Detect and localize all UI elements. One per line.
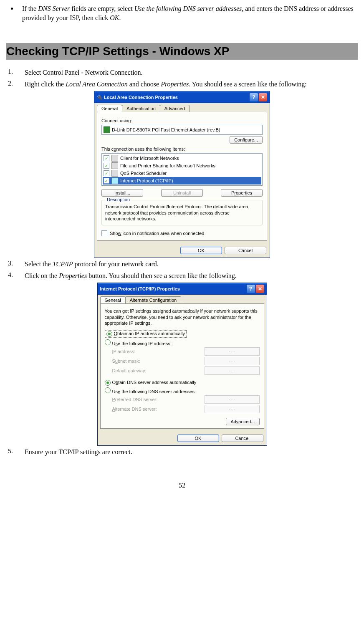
uninstall-button: Uninstall: [161, 189, 203, 197]
radio-use-ip[interactable]: Use the following IP address:: [105, 339, 260, 346]
fileshare-icon: [111, 162, 118, 169]
list-item-selected[interactable]: ✓Internet Protocol (TCP/IP): [103, 177, 261, 184]
tab-alternate-config[interactable]: Alternate Configuration: [125, 296, 182, 303]
step-5: 5. Ensure your TCP/IP settings are corre…: [6, 447, 358, 457]
radio-obtain-dns[interactable]: Obtain DNS server address automatically: [105, 380, 260, 386]
section-heading: Checking TCP/IP Settings - Windows XP: [6, 43, 358, 60]
list-item[interactable]: ✓File and Printer Sharing for Microsoft …: [103, 162, 261, 169]
items-listbox[interactable]: ✓Client for Microsoft Networks ✓File and…: [101, 153, 263, 186]
connection-uses-label: This connection uses the following items…: [101, 147, 263, 152]
step-4: 4. Click on the Properties button. You s…: [6, 271, 358, 280]
figure-tcpip-properties: Internet Protocol (TCP/IP) Properties ? …: [6, 283, 358, 446]
configure-button[interactable]: Configure...: [230, 136, 263, 144]
advanced-button[interactable]: Advanced...: [226, 418, 259, 425]
close-icon[interactable]: ✕: [256, 285, 264, 293]
connect-using-label: Connect using:: [101, 118, 263, 123]
tab-general[interactable]: General: [100, 296, 126, 303]
tcpip-icon: [111, 177, 118, 184]
checkbox-icon[interactable]: [101, 230, 107, 236]
radio-use-dns[interactable]: Use the following DNS server addresses:: [105, 387, 260, 394]
help-icon[interactable]: ?: [250, 93, 258, 101]
window-title: Internet Protocol (TCP/IP) Properties: [100, 286, 180, 291]
description-text: Transmission Control Protocol/Internet P…: [105, 204, 259, 222]
list-item[interactable]: ✓QoS Packet Scheduler: [103, 169, 261, 177]
tab-authentication[interactable]: Authentication: [122, 105, 160, 112]
description-legend: Description: [105, 197, 131, 202]
ip-address-field: IP address:· · ·: [112, 347, 260, 356]
show-icon-label: Show icon in notification area when conn…: [110, 231, 204, 236]
install-button[interactable]: Install...: [101, 189, 143, 197]
ok-button[interactable]: OK: [177, 435, 219, 442]
close-icon[interactable]: ✕: [259, 93, 267, 101]
cancel-button[interactable]: Cancel: [225, 247, 266, 254]
radio-obtain-ip[interactable]: Obtain an IP address automatically: [105, 330, 187, 338]
adapter-display: D-Link DFE-530TX PCI Fast Ethernet Adapt…: [101, 125, 263, 135]
tab-general[interactable]: General: [97, 105, 122, 112]
window-titlebar[interactable]: 🔌 Local Area Connection Properties ? ✕: [94, 91, 270, 103]
bullet-item: ● If the DNS Server fields are empty, se…: [6, 4, 358, 22]
cancel-button[interactable]: Cancel: [222, 435, 263, 442]
gateway-field: Default gateway:· · ·: [112, 366, 260, 375]
ok-button[interactable]: OK: [180, 247, 222, 254]
preferred-dns-field: Preferred DNS server:· · ·: [112, 395, 260, 404]
description-group: Description Transmission Control Protoco…: [101, 200, 263, 225]
window-titlebar[interactable]: Internet Protocol (TCP/IP) Properties ? …: [98, 283, 267, 295]
adapter-icon: [104, 126, 110, 133]
properties-button[interactable]: Properties: [221, 189, 263, 197]
show-icon-checkbox-row[interactable]: Show icon in notification area when conn…: [101, 230, 263, 236]
step-1: 1. Select Control Panel - Network Connec…: [6, 68, 358, 77]
tab-advanced[interactable]: Advanced: [160, 105, 190, 112]
step-3: 3. Select the TCP/IP protocol for your n…: [6, 260, 358, 269]
bullet-text: If the DNS Server fields are empty, sele…: [22, 4, 358, 22]
window-title: Local Area Connection Properties: [104, 95, 178, 100]
bullet-marker: ●: [6, 4, 22, 22]
qos-icon: [111, 170, 118, 177]
alternate-dns-field: Alternate DNS server:· · ·: [112, 405, 260, 413]
client-icon: [111, 155, 118, 162]
page-number: 52: [6, 482, 358, 489]
step-2: 2. Right click the Local Area Connection…: [6, 80, 358, 89]
figure-lan-properties: 🔌 Local Area Connection Properties ? ✕ G…: [6, 91, 358, 258]
subnet-field: Subnet mask:· · ·: [112, 357, 260, 365]
help-icon[interactable]: ?: [247, 285, 255, 293]
list-item[interactable]: ✓Client for Microsoft Networks: [103, 154, 261, 162]
intro-text: You can get IP settings assigned automat…: [105, 308, 260, 326]
